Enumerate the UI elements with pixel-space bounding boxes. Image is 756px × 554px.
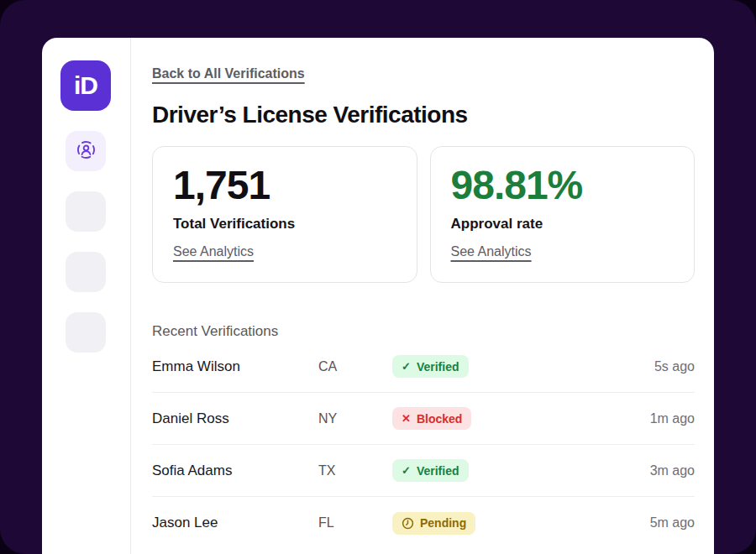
page-title: Driver’s License Verifications (152, 101, 695, 129)
sidebar-item-placeholder-2[interactable] (66, 252, 106, 292)
stat-value-total: 1,751 (173, 165, 396, 206)
status-badge: ✓ Verified (392, 459, 469, 482)
status-badge: Pending (392, 512, 475, 535)
sidebar-item-placeholder-3[interactable] (66, 312, 106, 353)
status-label: Verified (417, 360, 459, 374)
timestamp: 5m ago (650, 515, 695, 530)
status-label: Verified (417, 464, 459, 478)
verification-row[interactable]: Daniel Ross NY ✕ Blocked 1m ago (152, 393, 695, 445)
x-icon: ✕ (402, 413, 411, 424)
stat-label-total: Total Verifications (173, 216, 396, 233)
status-label: Blocked (417, 412, 462, 426)
stat-value-approval: 98.81% (451, 165, 675, 206)
state-code: FL (318, 515, 392, 530)
stat-card-total-verifications: 1,751 Total Verifications See Analytics (152, 146, 417, 283)
app-background: iD Back to All Verifications D (0, 0, 756, 554)
clock-icon (402, 517, 414, 530)
sidebar: iD (42, 38, 131, 554)
person-name: Jason Lee (152, 515, 318, 531)
app-window: iD Back to All Verifications D (42, 38, 714, 554)
stat-label-approval: Approval rate (451, 216, 675, 233)
person-name: Daniel Ross (152, 410, 318, 427)
check-icon: ✓ (402, 361, 411, 372)
section-heading-recent-verifications: Recent Verifications (152, 322, 695, 341)
sidebar-item-placeholder-1[interactable] (66, 191, 106, 232)
check-icon: ✓ (402, 465, 411, 476)
state-code: NY (318, 411, 392, 426)
verification-row[interactable]: Sofia Adams TX ✓ Verified 3m ago (152, 445, 695, 497)
verification-row[interactable]: Emma Wilson CA ✓ Verified 5s ago (152, 341, 695, 393)
timestamp: 1m ago (650, 411, 695, 426)
person-name: Sofia Adams (152, 463, 318, 479)
screen: iD Back to All Verifications D (0, 0, 756, 554)
state-code: TX (318, 463, 392, 478)
sidebar-item-verifications[interactable] (66, 131, 106, 171)
timestamp: 5s ago (654, 359, 695, 374)
see-analytics-link[interactable]: See Analytics (173, 243, 254, 260)
brand-logo[interactable]: iD (60, 60, 111, 111)
back-link[interactable]: Back to All Verifications (152, 65, 305, 82)
verification-row[interactable]: Jason Lee FL Pending 5m ago (152, 497, 695, 549)
timestamp: 3m ago (650, 463, 695, 478)
status-badge: ✕ Blocked (392, 407, 471, 430)
state-code: CA (318, 359, 392, 374)
see-analytics-link[interactable]: See Analytics (451, 243, 532, 260)
face-scan-icon (75, 138, 97, 165)
person-name: Emma Wilson (152, 358, 318, 375)
stats-row: 1,751 Total Verifications See Analytics … (152, 146, 695, 283)
stat-card-approval-rate: 98.81% Approval rate See Analytics (430, 146, 696, 283)
status-badge: ✓ Verified (392, 355, 469, 378)
recent-verifications-list: Emma Wilson CA ✓ Verified 5s ago Daniel … (152, 341, 695, 549)
status-label: Pending (420, 516, 466, 530)
main-content: Back to All Verifications Driver’s Licen… (132, 38, 714, 554)
